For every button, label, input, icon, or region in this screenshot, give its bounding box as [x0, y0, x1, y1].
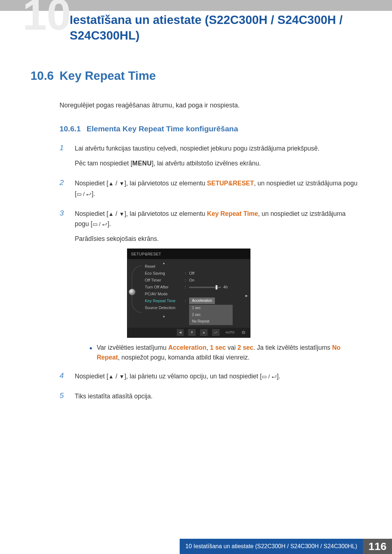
osd-down-icon: ▼	[188, 329, 196, 336]
bullet-post1: . Ja tiek izvēlēts iestatījums	[253, 344, 332, 351]
step-1-line2-post: ], lai atvērtu atbilstošo izvēlnes ekrān…	[152, 160, 261, 167]
step-1-body: Lai atvērtu funkcijas taustiņu ceļvedi, …	[75, 143, 359, 173]
box-enter-icon: ▭ / ⮐	[262, 372, 277, 381]
osd-auto-label: AUTO	[224, 329, 236, 336]
osd-val-turnoff: 4h	[189, 284, 246, 290]
osd-label-src: Source Detection	[145, 304, 185, 311]
subsection-header: 10.6.1 Elementa Key Repeat Time konfigur…	[60, 124, 359, 133]
subsection-title: Elementa Key Repeat Time konfigurēšana	[86, 124, 238, 133]
step-4-number: 4	[60, 371, 68, 386]
section-title: Key Repeat Time	[60, 69, 156, 83]
page-footer: 10 Iestatīšana un atiestate (S22C300H / …	[0, 539, 392, 554]
osd-row-eco: Eco Saving:Off	[145, 270, 246, 276]
arrow-down-icon: ▼	[119, 210, 124, 219]
bullet-or: vai	[226, 344, 237, 351]
step-2-tail: ].	[91, 190, 95, 197]
osd-scroll-up-icon: ▲	[162, 260, 166, 266]
bullet-pre: Var izvēlēties iestatījumu	[97, 344, 168, 351]
osd-button-bar: ◀ ▼ ▲ ⮐ AUTO ⏻	[127, 328, 250, 337]
box-enter-icon: ▭ / ⮐	[77, 190, 92, 199]
step-5-text: Tiks iestatīta atlasītā opcija.	[75, 391, 359, 402]
footer-text: 10 Iestatīšana un atiestate (S22C300H / …	[180, 539, 363, 554]
osd-val-eco: Off	[189, 270, 246, 276]
step-1-number: 1	[60, 143, 68, 173]
bullet-comma: ,	[207, 344, 210, 351]
osd-back-icon: ◀	[177, 329, 184, 336]
bullet-dot-icon: ●	[89, 344, 92, 362]
osd-up-icon: ▲	[200, 329, 208, 336]
subsection-number: 10.6.1	[60, 124, 81, 133]
section-header: 10.6 Key Repeat Time	[30, 69, 359, 83]
osd-scroll-down-icon: ▼	[162, 314, 166, 320]
osd-enter-icon: ⮐	[212, 329, 220, 336]
step-5-number: 5	[60, 391, 68, 406]
arrow-up-icon: ▲	[108, 372, 114, 381]
osd-option-1sec: 1 sec	[189, 305, 233, 312]
step-3-mid: ], lai pārvietotos uz elementu	[124, 210, 207, 217]
osd-body: ▲ ▶ Reset Eco Saving:Off Off Timer:On Tu…	[127, 259, 250, 328]
step-1-line1: Lai atvērtu funkcijas taustiņu ceļvedi, …	[75, 143, 359, 154]
section-number: 10.6	[30, 69, 60, 83]
arrow-down-icon: ▼	[119, 372, 124, 381]
osd-selected-option: Acceleration	[189, 297, 215, 304]
box-enter-icon: ▭ / ⮐	[93, 220, 108, 229]
bullet-accent-acceleration: Acceleration	[168, 344, 207, 351]
step-2-text: Nospiediet [▲ / ▼], lai pārvietotos uz e…	[75, 178, 359, 199]
step-2-accent: SETUP&RESET	[207, 180, 254, 187]
osd-label-offtimer: Off Timer	[145, 277, 185, 283]
osd-label-pcav: PC/AV Mode	[145, 291, 185, 297]
step-2-pre: Nospiediet [	[75, 180, 108, 187]
osd-power-icon: ⏻	[240, 329, 246, 336]
step-3-pre: Nospiediet [	[75, 210, 108, 217]
step-3-bullet: ● Var izvēlēties iestatījumu Acceleratio…	[89, 343, 359, 362]
step-3-number: 3	[60, 209, 68, 366]
osd-row-turnoff: Turn Off After: 4h	[145, 283, 246, 290]
step-1-line2: Pēc tam nospiediet [MENU], lai atvērtu a…	[75, 158, 359, 169]
osd-row-offtimer: Off Timer:On	[145, 276, 246, 283]
step-3-body: Nospiediet [▲ / ▼], lai pārvietotos uz e…	[75, 209, 359, 366]
step-4-text: Nospiediet [▲ / ▼], lai pārietu uz vēlam…	[75, 371, 359, 382]
step-1: 1 Lai atvērtu funkcijas taustiņu ceļvedi…	[60, 143, 359, 173]
osd-row-reset: Reset	[145, 263, 246, 270]
osd-option-norepeat: No Repeat	[189, 318, 233, 325]
osd-option-2sec: 2 sec	[189, 312, 233, 319]
osd-title: SETUP&RESET	[127, 249, 250, 259]
chapter-title: Iestatīšana un atiestate (S22C300H / S24…	[70, 12, 367, 44]
step-2: 2 Nospiediet [▲ / ▼], lai pārvietotos uz…	[60, 178, 359, 204]
step-3-text: Nospiediet [▲ / ▼], lai pārvietotos uz e…	[75, 209, 359, 230]
osd-screenshot: SETUP&RESET ▲ ▶ Reset Eco Saving:Off Off…	[127, 249, 250, 338]
osd-label-eco: Eco Saving	[145, 270, 185, 276]
osd-dropdown-options: 1 sec 2 sec No Repeat	[189, 305, 233, 325]
step-5: 5 Tiks iestatīta atlasītā opcija.	[60, 391, 359, 406]
arrow-down-icon: ▼	[119, 179, 124, 188]
page-content: 10.6 Key Repeat Time Noregulējiet pogas …	[30, 65, 359, 411]
osd-label-turnoff: Turn Off After	[145, 284, 185, 290]
osd-scroll-right-icon: ▶	[245, 293, 248, 299]
step-4-pre: Nospiediet [	[75, 373, 108, 380]
bullet-accent-1sec: 1 sec	[210, 344, 226, 351]
step-3-postline: Parādīsies sekojošais ekrāns.	[75, 234, 359, 244]
step-2-body: Nospiediet [▲ / ▼], lai pārvietotos uz e…	[75, 178, 359, 204]
step-2-mid: ], lai pārvietotos uz elementu	[124, 180, 207, 187]
chapter-number-watermark: 10	[23, 0, 71, 36]
osd-slider-icon	[189, 287, 221, 288]
osd-turnoff-value: 4h	[223, 285, 228, 289]
step-3-accent: Key Repeat Time	[207, 210, 258, 217]
osd-row-krt: Key Repeat Time:Acceleration	[145, 297, 246, 304]
step-1-line2-pre: Pēc tam nospiediet [	[75, 160, 132, 167]
step-5-body: Tiks iestatīta atlasītā opcija.	[75, 391, 359, 406]
step-3: 3 Nospiediet [▲ / ▼], lai pārvietotos uz…	[60, 209, 359, 366]
step-4-mid: ], lai pārietu uz vēlamo opciju, un tad …	[124, 373, 262, 380]
section-intro-text: Noregulējiet pogas reaģēšanas ātrumu, ka…	[60, 102, 359, 109]
step-2-number: 2	[60, 178, 68, 204]
arrow-up-icon: ▲	[108, 179, 114, 188]
osd-val-offtimer: On	[189, 277, 246, 283]
step-4: 4 Nospiediet [▲ / ▼], lai pārietu uz vēl…	[60, 371, 359, 386]
menu-icon: MENU	[132, 160, 152, 167]
osd-label-krt: Key Repeat Time	[145, 297, 185, 304]
footer-page-number: 116	[363, 539, 392, 554]
bullet-post2: , nospiežot pogu, komanda atbild tikai v…	[118, 354, 250, 361]
steps-list: 1 Lai atvērtu funkcijas taustiņu ceļvedi…	[60, 143, 359, 406]
step-4-tail: ].	[277, 373, 281, 380]
step-3-tail: ].	[107, 220, 111, 227]
